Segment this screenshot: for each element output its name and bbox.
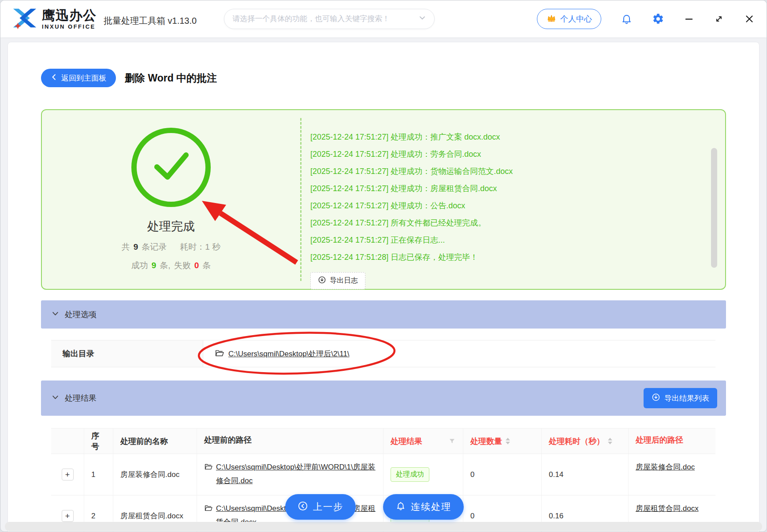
bell-icon	[395, 501, 406, 514]
success-suffix: 条,	[160, 260, 170, 271]
chevron-down-icon	[52, 310, 59, 319]
total-suffix: 条记录	[141, 241, 167, 253]
results-section-title: 处理结果	[65, 393, 97, 403]
expand-row-button[interactable]: +	[62, 469, 74, 480]
user-center-button[interactable]: 个人中心	[537, 9, 601, 29]
output-directory-link[interactable]: C:\Users\sqmil\Desktop\处理后\2\11\	[228, 349, 350, 359]
brand-name-cn: 鹰迅办公	[42, 9, 97, 22]
column-header-count: 处理数量	[463, 429, 542, 454]
log-line: [2025-12-24 17:51:27] 处理成功：推广文案 docx.doc…	[310, 129, 725, 146]
fail-suffix: 条	[202, 260, 211, 271]
maximize-resize-button[interactable]	[714, 14, 724, 24]
result-path-link[interactable]: 房屋租赁合同.docx	[636, 502, 699, 515]
close-button[interactable]	[744, 13, 755, 25]
crown-icon	[546, 13, 557, 26]
brand-text: 鹰迅办公 INXUN OFFICE	[42, 9, 97, 30]
notification-bell-icon[interactable]	[621, 13, 633, 25]
user-center-label: 个人中心	[560, 14, 592, 24]
previous-step-button[interactable]: 上一步	[285, 494, 356, 520]
title-bar: 鹰迅办公 INXUN OFFICE 批量处理工具箱 v1.13.0 个	[0, 0, 767, 37]
complete-title: 处理完成	[147, 218, 195, 234]
success-ring	[131, 128, 211, 207]
log-scrollbar[interactable]	[711, 148, 717, 268]
log-line: [2025-12-24 17:51:27] 正在保存日志...	[310, 232, 725, 249]
log-line: [2025-12-24 17:51:27] 处理成功：公告.docx	[310, 197, 725, 214]
process-complete-panel: 处理完成 共 9 条记录 耗时：1 秒 成功 9 条, 失败 0 条	[41, 109, 726, 290]
output-directory-label: 输出目录	[51, 340, 203, 367]
chevron-down-icon[interactable]	[418, 14, 426, 24]
export-log-button[interactable]: 导出日志	[310, 272, 365, 289]
back-button-label: 返回到主面板	[61, 73, 106, 83]
log-line: [2025-12-24 17:51:28] 日志已保存，处理完毕！	[310, 249, 725, 266]
file-name: 房屋租赁合同.docx	[120, 510, 183, 522]
results-section-header[interactable]: 处理结果 导出结果列表	[41, 381, 726, 416]
options-section-header[interactable]: 处理选项	[41, 300, 726, 329]
main-content-card: 返回到主面板 删除 Word 中的批注 处理完成 共 9 条记录 耗时：1 秒	[7, 42, 760, 532]
horizontal-scrollbar[interactable]	[5, 522, 762, 531]
previous-step-label: 上一步	[313, 501, 343, 513]
expand-column-header	[51, 429, 84, 454]
continue-process-button[interactable]: 连续处理	[383, 494, 464, 520]
log-area: [2025-12-24 17:51:27] 处理成功：推广文案 docx.doc…	[300, 118, 725, 281]
success-count: 9	[152, 261, 156, 270]
circle-back-icon	[298, 501, 308, 514]
download-icon	[318, 276, 326, 286]
log-line: [2025-12-24 17:51:27] 处理成功：货物运输合同范文.docx	[310, 163, 725, 180]
sort-icon[interactable]	[608, 438, 612, 444]
record-stats: 共 9 条记录 耗时：1 秒	[122, 241, 220, 253]
results-table: 序号 处理前的名称 处理前的路径 处理结果 处理数量 处理耗时（秒）	[51, 428, 715, 532]
count-header-label: 处理数量	[470, 436, 502, 447]
options-section-title: 处理选项	[65, 309, 97, 320]
chevron-down-icon	[52, 394, 59, 403]
folder-icon	[204, 463, 212, 473]
folder-icon	[215, 349, 224, 359]
success-label: 成功	[131, 260, 148, 271]
settings-gear-icon[interactable]	[652, 13, 664, 25]
column-header-time: 处理耗时（秒）	[542, 429, 629, 454]
sort-icon[interactable]	[506, 438, 510, 444]
checkmark-icon	[151, 149, 191, 185]
minimize-button[interactable]	[684, 14, 694, 24]
page-title: 删除 Word 中的批注	[125, 71, 217, 85]
time-elapsed: 耗时：1 秒	[180, 241, 220, 253]
app-window: 鹰迅办公 INXUN OFFICE 批量处理工具箱 v1.13.0 个	[0, 0, 767, 532]
app-title: 批量处理工具箱 v1.13.0	[104, 15, 197, 27]
status-badge: 处理成功	[391, 467, 429, 482]
total-prefix: 共	[122, 241, 130, 253]
result-header-label: 处理结果	[391, 436, 422, 447]
log-line: [2025-12-24 17:51:27] 处理成功：房屋租赁合同.docx	[310, 180, 725, 197]
column-header-after-path: 处理后的路径	[629, 429, 715, 454]
table-row: + 1 房屋装修合同.doc C:\Users\sqmil\Desktop\处理…	[51, 454, 715, 495]
success-fail-stats: 成功 9 条, 失败 0 条	[131, 260, 211, 271]
file-name: 房屋装修合同.doc	[120, 469, 179, 481]
result-path-link[interactable]: 房屋装修合同.doc	[636, 460, 695, 474]
expand-row-button[interactable]: +	[62, 510, 74, 522]
back-to-dashboard-button[interactable]: 返回到主面板	[41, 69, 116, 87]
source-path-link[interactable]: C:\Users\sqmil\Desktop\处理前\WORD\1\房屋装修合同…	[216, 460, 376, 488]
process-time: 0.14	[542, 454, 629, 495]
brand-logo: 鹰迅办公 INXUN OFFICE	[12, 6, 97, 32]
time-header-label: 处理耗时（秒）	[549, 436, 604, 447]
search-input[interactable]	[232, 15, 418, 23]
logo-icon	[12, 6, 37, 32]
export-results-label: 导出结果列表	[664, 393, 709, 403]
total-count: 9	[134, 242, 138, 252]
process-count: 0	[463, 454, 542, 495]
function-search[interactable]	[224, 9, 435, 29]
export-results-button[interactable]: 导出结果列表	[644, 388, 717, 408]
filter-icon[interactable]	[448, 437, 456, 445]
row-index: 1	[84, 454, 113, 495]
log-line: [2025-12-24 17:51:27] 所有文件都已经处理完成。	[310, 214, 725, 232]
folder-icon	[204, 504, 212, 514]
column-header-result: 处理结果	[384, 429, 463, 454]
brand-name-en: INXUN OFFICE	[42, 24, 97, 30]
export-log-label: 导出日志	[330, 276, 358, 285]
fail-label: 失败	[174, 260, 191, 271]
download-icon	[652, 393, 660, 404]
fail-count: 0	[194, 261, 199, 270]
log-line: [2025-12-24 17:51:27] 处理成功：劳务合同.docx	[310, 146, 725, 163]
continue-process-label: 连续处理	[411, 501, 451, 513]
output-directory-row: 输出目录 C:\Users\sqmil\Desktop\处理后\2\11\	[51, 340, 715, 367]
column-header-index: 序号	[84, 429, 113, 454]
table-header-row: 序号 处理前的名称 处理前的路径 处理结果 处理数量 处理耗时（秒）	[51, 429, 715, 454]
